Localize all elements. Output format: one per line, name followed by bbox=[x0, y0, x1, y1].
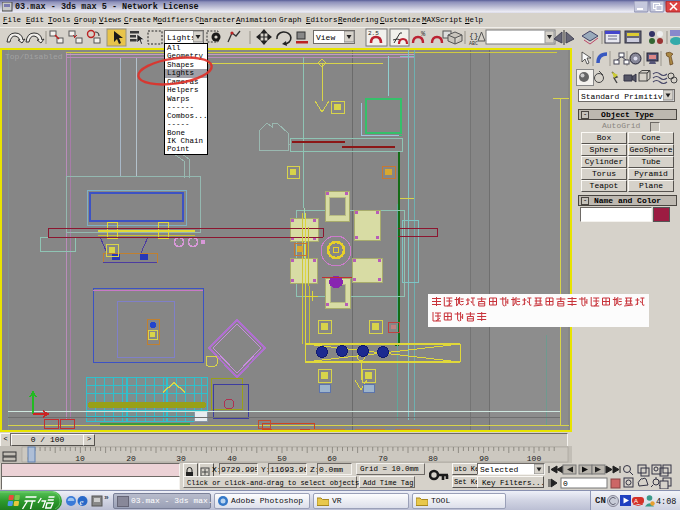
svg-text:e: e bbox=[80, 497, 84, 507]
svg-text:90: 90 bbox=[479, 454, 489, 463]
svg-text:%: % bbox=[421, 30, 426, 38]
svg-text:ABC: ABC bbox=[469, 41, 478, 47]
svg-text:{}: {} bbox=[469, 31, 479, 40]
svg-text:20: 20 bbox=[126, 454, 136, 463]
svg-text:70: 70 bbox=[378, 454, 388, 463]
svg-text:50: 50 bbox=[277, 454, 287, 463]
svg-text:A: A bbox=[634, 498, 638, 504]
svg-text:40: 40 bbox=[227, 454, 237, 463]
svg-text:10: 10 bbox=[75, 454, 85, 463]
svg-text:30: 30 bbox=[176, 454, 186, 463]
svg-text:100: 100 bbox=[527, 454, 542, 463]
svg-text:0: 0 bbox=[563, 479, 568, 488]
svg-text:60: 60 bbox=[327, 454, 337, 463]
svg-text:80: 80 bbox=[428, 454, 438, 463]
